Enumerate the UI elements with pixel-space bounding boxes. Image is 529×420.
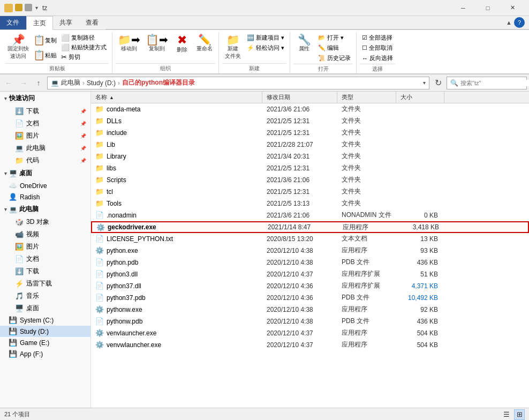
sidebar-item-3dobj[interactable]: 🎲 3D 对象: [0, 216, 90, 228]
details-view-button[interactable]: ☰: [501, 409, 512, 420]
new-item-button[interactable]: 🆕新建项目 ▾: [245, 33, 286, 42]
rename-button[interactable]: ✏️ 重命名: [194, 33, 215, 54]
path-dropdown-arrow[interactable]: ▾: [423, 80, 426, 86]
edit-button[interactable]: ✏️编辑: [316, 43, 353, 52]
clipboard-label: 剪贴板: [5, 63, 109, 73]
sidebar-item-onedrive[interactable]: ☁️ OneDrive: [0, 180, 90, 191]
forward-button[interactable]: →: [17, 77, 30, 89]
history-button[interactable]: 📜历史记录: [316, 54, 353, 63]
tab-home[interactable]: 主页: [26, 16, 53, 30]
table-row[interactable]: ⚙️venvlauncher.exe2020/12/10 4:37应用程序504…: [91, 327, 529, 339]
sidebar-desktop-header[interactable]: ▾ 🖥️ 桌面: [0, 167, 90, 180]
table-row[interactable]: ⚙️pythonw.exe2020/12/10 4:38应用程序92 KB: [91, 304, 529, 316]
table-row[interactable]: 📄pythonw.pdb2020/12/10 4:38PDB 文件436 KB: [91, 316, 529, 327]
file-name-text: python.pdb: [107, 259, 138, 266]
table-row[interactable]: ⚙️venvwlauncher.exe2020/12/10 4:37应用程序50…: [91, 339, 529, 351]
table-row[interactable]: 📁Scripts2021/3/6 21:06文件夹: [91, 174, 529, 186]
search-input[interactable]: [460, 80, 529, 86]
sidebar-item-docs[interactable]: 📄 文档: [0, 253, 90, 265]
tab-file[interactable]: 文件: [0, 16, 26, 29]
sidebar-thispc2-header[interactable]: ▾ 💻 此电脑: [0, 202, 90, 216]
file-name-cell: ⚙️geckodriver.exe: [92, 223, 263, 231]
new-folder-button[interactable]: 📁 新建文件夹: [222, 33, 244, 61]
open-button[interactable]: 📂打开 ▾: [316, 33, 353, 42]
file-date-cell: 2021/2/5 12:31: [262, 164, 337, 172]
sidebar-item-thunder[interactable]: ⚡ 迅雷下载: [0, 278, 90, 290]
pin-indicator: 📌: [80, 109, 86, 114]
table-row[interactable]: 📄python.pdb2020/12/10 4:38PDB 文件436 KB: [91, 257, 529, 268]
move-to-button[interactable]: 📁➡ 移动到: [116, 33, 142, 54]
sidebar-item-download[interactable]: ⬇️ 下载 📌: [0, 105, 90, 117]
file-name-cell: 📁tcl: [91, 188, 262, 196]
easy-access-button[interactable]: ⚡轻松访问 ▾: [245, 43, 286, 52]
paste-button[interactable]: 📋 粘贴: [32, 48, 58, 62]
address-path[interactable]: 💻 此电脑 › Study (D:) › 自己的python编译器目录 ▾: [47, 77, 429, 89]
table-row[interactable]: 📁tcl2021/2/5 12:31文件夹: [91, 186, 529, 198]
sidebar-item-documents[interactable]: 📄 文档 📌: [0, 117, 90, 130]
sidebar-item-music[interactable]: 🎵 音乐: [0, 290, 90, 302]
sidebar-item-pics[interactable]: 🖼️ 图片: [0, 241, 90, 253]
table-row[interactable]: 📁include2021/2/5 12:31文件夹: [91, 127, 529, 139]
sidebar-item-c[interactable]: 💾 System (C:): [0, 314, 90, 326]
sidebar-item-pictures[interactable]: 🖼️ 图片 📌: [0, 130, 90, 142]
sidebar-item-e[interactable]: 💾 Game (E:): [0, 337, 90, 348]
properties-button[interactable]: 🔧 属性: [293, 33, 315, 54]
sidebar-item-f[interactable]: 💾 App (F:): [0, 348, 90, 359]
up-button[interactable]: ↑: [32, 77, 45, 89]
large-icon-view-button[interactable]: ⊞: [514, 409, 525, 420]
file-date-cell: 2020/12/10 4:37: [262, 271, 337, 278]
table-row[interactable]: 📄LICENSE_PYTHON.txt2020/8/15 13:20文本文档13…: [91, 233, 529, 245]
maximize-button[interactable]: □: [475, 0, 500, 16]
table-row[interactable]: 📄.nonadmin2021/3/6 21:06NONADMIN 文件0 KB: [91, 209, 529, 221]
table-row[interactable]: 📁Library2021/3/4 20:31文件夹: [91, 151, 529, 162]
cut-button[interactable]: ✂剪切: [59, 52, 109, 62]
documents-label: 文档: [26, 119, 39, 128]
file-name-text: include: [107, 129, 127, 137]
table-row[interactable]: 📁DLLs2021/2/5 12:31文件夹: [91, 115, 529, 127]
minimize-button[interactable]: ─: [451, 0, 475, 16]
file-name-text: pythonw.exe: [107, 306, 142, 313]
table-row[interactable]: 📄python37.pdb2020/12/10 4:36PDB 文件10,492…: [91, 292, 529, 304]
select-all-button[interactable]: ☑全部选择: [360, 33, 395, 42]
ribbon-collapse-btn[interactable]: ▲: [506, 19, 512, 26]
table-row[interactable]: 📁libs2021/2/5 12:31文件夹: [91, 162, 529, 174]
close-button[interactable]: ✕: [500, 0, 525, 16]
sidebar-item-thispc[interactable]: 💻 此电脑 📌: [0, 142, 90, 154]
file-date-cell: 2020/12/10 4:36: [262, 294, 337, 302]
invert-selection-button[interactable]: ↔反向选择: [360, 54, 395, 63]
sidebar-quick-access-header[interactable]: ▾ 快速访问: [0, 92, 90, 105]
sidebar-item-d[interactable]: 💾 Study (D:): [0, 326, 90, 337]
table-row[interactable]: 📁Tools2021/2/5 13:13文件夹: [91, 198, 529, 209]
table-row[interactable]: 📁conda-meta2021/3/6 21:06文件夹: [91, 103, 529, 115]
sidebar-item-video[interactable]: 📹 视频: [0, 228, 90, 241]
sidebar-item-radish[interactable]: 👤 Radish: [0, 191, 90, 202]
delete-button[interactable]: ✖ 删除: [171, 33, 193, 55]
col-header-size[interactable]: 大小: [396, 92, 444, 103]
sidebar-item-dl[interactable]: ⬇️ 下载: [0, 265, 90, 278]
paste-shortcut-button[interactable]: ⬜粘贴快捷方式: [59, 43, 109, 52]
col-header-name[interactable]: 名称 ▲: [91, 92, 262, 103]
pin-to-quickaccess-button[interactable]: 📌 固定到快速访问: [5, 33, 31, 61]
sidebar-item-code[interactable]: 📁 代码 📌: [0, 154, 90, 167]
file-date-cell: 2020/12/10 4:38: [262, 318, 337, 325]
table-row[interactable]: 📁Lib2021/2/28 21:07文件夹: [91, 139, 529, 151]
col-header-date[interactable]: 修改日期: [262, 92, 337, 103]
3dobj-icon: 🎲: [15, 218, 24, 226]
help-button[interactable]: ?: [514, 17, 525, 28]
back-button[interactable]: ←: [2, 77, 15, 89]
table-row[interactable]: 📄python3.dll2020/12/10 4:37应用程序扩展51 KB: [91, 268, 529, 280]
col-header-type[interactable]: 类型: [337, 92, 396, 103]
table-row[interactable]: ⚙️geckodriver.exe2021/1/14 8:47应用程序3,418…: [91, 221, 529, 233]
deselect-all-button[interactable]: ☐全部取消: [360, 43, 395, 52]
tab-share[interactable]: 共享: [53, 16, 79, 29]
table-row[interactable]: 📄python37.dll2020/12/10 4:36应用程序扩展4,371 …: [91, 280, 529, 292]
copy-to-icon: 📋➡: [146, 34, 168, 45]
copy-to-button[interactable]: 📋➡ 复制到: [143, 33, 170, 54]
copy-path-button[interactable]: ⬜复制路径: [59, 33, 109, 42]
table-row[interactable]: ⚙️python.exe2020/12/10 4:38应用程序93 KB: [91, 245, 529, 257]
search-box[interactable]: 🔍: [447, 77, 527, 89]
copy-button[interactable]: 📋 复制: [32, 33, 58, 47]
refresh-button[interactable]: ↻: [432, 77, 444, 89]
tab-view[interactable]: 查看: [79, 16, 105, 29]
sidebar-item-desk2[interactable]: 🖥️ 桌面: [0, 302, 90, 314]
